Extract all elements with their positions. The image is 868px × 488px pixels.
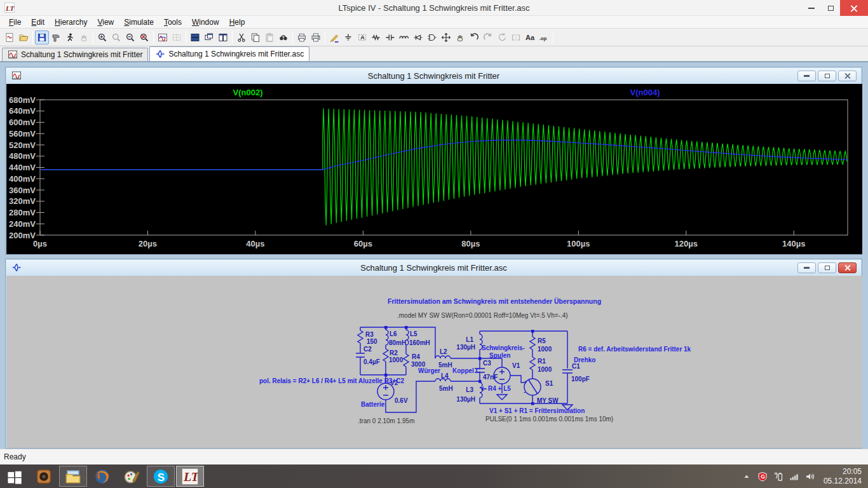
label-r1[interactable]: R1: [538, 358, 546, 365]
ground-button[interactable]: [341, 30, 355, 44]
comment-pol-relais[interactable]: pol. Relais = R2+ L6 / R4+ L5 mit Aluzel…: [259, 377, 404, 384]
value-v2[interactable]: 0.6V: [395, 397, 408, 404]
zoom-in-button[interactable]: [95, 30, 109, 44]
label-s1[interactable]: S1: [545, 380, 553, 387]
zoom-out-button[interactable]: [123, 30, 137, 44]
zoom-full-extents-button[interactable]: [137, 30, 151, 44]
schematic-canvas[interactable]: Frittersimulation am Schwingkreis mit en…: [6, 276, 862, 448]
inductor-button[interactable]: [397, 30, 411, 44]
main-titlebar[interactable]: LT LTspice IV - Schaltung 1 Schwingkreis…: [0, 0, 868, 16]
label-l1[interactable]: L1: [466, 336, 473, 343]
pulse-directive[interactable]: PULSE(0 1 1ms 0.001ms 0.001ms 1ms 10m): [485, 416, 613, 423]
main-restore-button[interactable]: [821, 0, 840, 16]
value-c1[interactable]: 100pF: [571, 376, 590, 383]
taskbar-skype-button[interactable]: S: [147, 466, 175, 487]
comment-frittersimulation[interactable]: V1 + S1 + R1 = Frittersimulation: [489, 407, 585, 414]
taskbar-firefox-button[interactable]: [88, 464, 117, 488]
tran-directive[interactable]: .tran 0 2.10m 1.95m: [358, 417, 415, 424]
value-r3[interactable]: 150: [367, 338, 377, 345]
label-c1[interactable]: C1: [572, 363, 580, 370]
resistor-button[interactable]: [369, 30, 383, 44]
label-l6[interactable]: L6: [390, 330, 397, 337]
drag-button[interactable]: [453, 30, 467, 44]
open-button[interactable]: [17, 30, 31, 44]
tray-network-icon[interactable]: [789, 471, 799, 482]
tray-hidden-icons-icon[interactable]: [742, 471, 752, 482]
control-panel-button[interactable]: [49, 30, 63, 44]
component-button[interactable]: [425, 30, 439, 44]
value-c3[interactable]: 47nF: [483, 374, 498, 381]
move-button[interactable]: [439, 30, 453, 44]
tray-volume-icon[interactable]: [805, 471, 815, 482]
schem-restore-button[interactable]: [818, 262, 836, 273]
value-r1[interactable]: 1000: [538, 366, 552, 373]
copy-button[interactable]: [248, 30, 262, 44]
main-close-button[interactable]: [840, 0, 868, 16]
cascade-button[interactable]: [202, 30, 216, 44]
spice-directive-button[interactable]: .op: [537, 30, 551, 44]
new-schematic-button[interactable]: [3, 30, 17, 44]
schematic-window-titlebar[interactable]: Schaltung 1 Schwingkreis mit Fritter.asc: [6, 260, 861, 276]
tray-gdata-antivirus-icon[interactable]: G: [757, 471, 768, 482]
print-preview-button[interactable]: [295, 30, 309, 44]
tile-horizontal-button[interactable]: [188, 30, 202, 44]
value-l6[interactable]: 80mH: [389, 339, 406, 346]
save-button[interactable]: [35, 30, 49, 44]
value-l3[interactable]: 130µH: [456, 396, 475, 403]
label-r5[interactable]: R5: [538, 337, 546, 344]
undo-button[interactable]: [467, 30, 481, 44]
label-l5[interactable]: L5: [410, 330, 417, 337]
value-r5[interactable]: 1000: [538, 346, 552, 353]
tray-battery-icon[interactable]: [773, 471, 783, 482]
tab-schematic[interactable]: Schaltung 1 Schwingkreis mit Fritter.asc: [149, 46, 309, 61]
menu-edit[interactable]: Edit: [26, 17, 50, 28]
value-l1[interactable]: 130µH: [456, 344, 475, 351]
trace-label-vn002[interactable]: V(n002): [233, 88, 263, 97]
label-c3[interactable]: C3: [483, 360, 491, 367]
label-l2[interactable]: L2: [440, 348, 447, 355]
comment-schwingkreis-1[interactable]: Schwingkreis-: [482, 344, 525, 351]
diode-button[interactable]: [411, 30, 425, 44]
wire-button[interactable]: [327, 30, 341, 44]
schem-minimize-button[interactable]: [797, 262, 816, 273]
capacitor-button[interactable]: [383, 30, 397, 44]
comment-r4-l5[interactable]: R4 + L5: [488, 385, 511, 392]
comment-koppel-c[interactable]: Koppel C: [452, 367, 480, 374]
menu-file[interactable]: File: [4, 17, 26, 28]
value-r2[interactable]: 1000: [389, 356, 403, 363]
value-l2[interactable]: 5mH: [438, 362, 452, 369]
taskbar-audio-app-button[interactable]: [29, 464, 58, 488]
label-l4[interactable]: L4: [441, 372, 449, 379]
comment-batterie[interactable]: Batterie: [361, 401, 385, 408]
label-c2[interactable]: C2: [363, 346, 372, 353]
label-r4[interactable]: R4: [412, 353, 420, 360]
autorange-button[interactable]: [156, 30, 170, 44]
comment-drehko[interactable]: Drehko: [574, 356, 595, 363]
text-button[interactable]: Aa: [523, 30, 537, 44]
tab-waveform[interactable]: Schaltung 1 Schwingkreis mit Fritter: [2, 48, 148, 61]
value-c2[interactable]: 0.4µF: [363, 358, 380, 365]
waveform-plot-area[interactable]: 680mV640mV600mV560mV520mV480mV440mV400mV…: [6, 84, 862, 254]
comment-schwingkreis-2[interactable]: Spulen: [489, 352, 510, 359]
cut-button[interactable]: [234, 30, 248, 44]
schem-close-button[interactable]: [838, 262, 857, 273]
tile-vertical-button[interactable]: [216, 30, 230, 44]
taskbar-paint-button[interactable]: [117, 464, 146, 488]
menu-hierarchy[interactable]: Hierarchy: [50, 17, 92, 28]
wave-restore-button[interactable]: [818, 71, 836, 81]
menu-view[interactable]: View: [92, 17, 119, 28]
label-r3[interactable]: R3: [365, 331, 374, 338]
comment-wuerger[interactable]: Würger: [418, 367, 440, 374]
main-minimize-button[interactable]: [802, 0, 821, 16]
menu-tools[interactable]: Tools: [159, 17, 187, 28]
taskbar-file-explorer-button[interactable]: [59, 466, 87, 487]
label-my-sw[interactable]: MY SW: [537, 397, 559, 404]
value-l4[interactable]: 5mH: [439, 385, 453, 392]
trace-label-vn004[interactable]: V(n004): [630, 88, 660, 97]
label-v1[interactable]: V1: [512, 362, 520, 369]
waveform-window-titlebar[interactable]: Schaltung 1 Schwingkreis mit Fritter: [6, 68, 861, 84]
find-button[interactable]: [276, 30, 290, 44]
wave-close-button[interactable]: [838, 71, 857, 81]
taskbar-ltspice-button[interactable]: LT: [176, 466, 204, 487]
menu-window[interactable]: Window: [187, 17, 224, 28]
